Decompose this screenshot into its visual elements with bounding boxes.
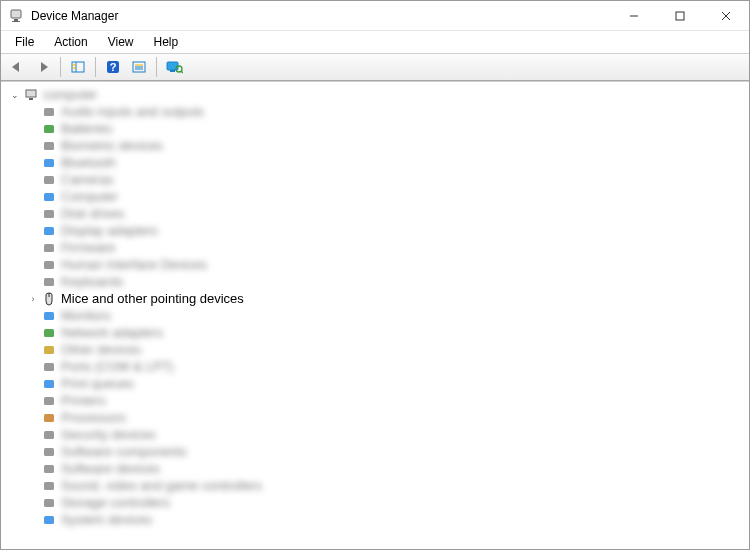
- tree-item-label: Computer: [61, 188, 118, 205]
- device-category-icon: [41, 376, 57, 392]
- expand-collapse-icon[interactable]: [27, 310, 39, 322]
- tree-item-mice[interactable]: ›Mice and other pointing devices: [25, 290, 749, 307]
- device-category-icon: [41, 342, 57, 358]
- tree-item[interactable]: Human Interface Devices: [25, 256, 749, 273]
- tree-item-label: Other devices: [61, 341, 141, 358]
- tree-item[interactable]: Audio inputs and outputs: [25, 103, 749, 120]
- tree-item[interactable]: Batteries: [25, 120, 749, 137]
- expand-collapse-icon[interactable]: [27, 514, 39, 526]
- tree-item[interactable]: Display adapters: [25, 222, 749, 239]
- expand-collapse-icon[interactable]: [27, 123, 39, 135]
- window-controls: [611, 1, 749, 30]
- expand-collapse-icon[interactable]: ›: [27, 293, 39, 305]
- device-category-icon: [41, 359, 57, 375]
- menu-file[interactable]: File: [5, 33, 44, 51]
- expand-collapse-icon[interactable]: [27, 412, 39, 424]
- expand-collapse-icon[interactable]: [27, 208, 39, 220]
- expand-collapse-icon[interactable]: [27, 191, 39, 203]
- expand-collapse-icon[interactable]: [27, 225, 39, 237]
- svg-rect-32: [44, 261, 54, 269]
- expand-collapse-icon[interactable]: [27, 140, 39, 152]
- svg-line-20: [181, 71, 183, 73]
- tree-item[interactable]: Storage controllers: [25, 494, 749, 511]
- tree-root[interactable]: ⌄computer: [7, 86, 749, 103]
- expand-collapse-icon[interactable]: [27, 344, 39, 356]
- tree-item-label: Sound, video and game controllers: [61, 477, 262, 494]
- tree-item[interactable]: Keyboards: [25, 273, 749, 290]
- device-manager-icon: [9, 8, 25, 24]
- expand-collapse-icon[interactable]: [27, 361, 39, 373]
- toolbar-separator: [95, 57, 96, 77]
- tree-item-label: Firmware: [61, 239, 115, 256]
- show-hide-tree-button[interactable]: [66, 56, 90, 78]
- help-button[interactable]: ?: [101, 56, 125, 78]
- tree-item[interactable]: Monitors: [25, 307, 749, 324]
- expand-collapse-icon[interactable]: [27, 395, 39, 407]
- maximize-button[interactable]: [657, 1, 703, 30]
- tree-item[interactable]: Software devices: [25, 460, 749, 477]
- forward-button[interactable]: [31, 56, 55, 78]
- expand-collapse-icon[interactable]: [27, 378, 39, 390]
- svg-rect-38: [44, 363, 54, 371]
- tree-item[interactable]: Disk drives: [25, 205, 749, 222]
- device-category-icon: [41, 274, 57, 290]
- tree-item[interactable]: Cameras: [25, 171, 749, 188]
- titlebar: Device Manager: [1, 1, 749, 31]
- expand-collapse-icon[interactable]: [27, 242, 39, 254]
- expand-collapse-icon[interactable]: [27, 157, 39, 169]
- svg-rect-47: [44, 516, 54, 524]
- tree-item[interactable]: Ports (COM & LPT): [25, 358, 749, 375]
- tree-item-label: Printers: [61, 392, 106, 409]
- properties-button[interactable]: [127, 56, 151, 78]
- tree-item[interactable]: Sound, video and game controllers: [25, 477, 749, 494]
- svg-rect-39: [44, 380, 54, 388]
- expand-collapse-icon[interactable]: [27, 174, 39, 186]
- tree-item[interactable]: Biometric devices: [25, 137, 749, 154]
- tree-item[interactable]: Other devices: [25, 341, 749, 358]
- svg-rect-7: [72, 62, 84, 72]
- expand-collapse-icon[interactable]: [27, 463, 39, 475]
- device-category-icon: [41, 478, 57, 494]
- svg-rect-30: [44, 227, 54, 235]
- tree-item[interactable]: Processors: [25, 409, 749, 426]
- device-category-icon: [41, 410, 57, 426]
- tree-item[interactable]: Security devices: [25, 426, 749, 443]
- tree-item-label: Ports (COM & LPT): [61, 358, 174, 375]
- device-tree[interactable]: ⌄computerAudio inputs and outputsBatteri…: [1, 82, 749, 549]
- expand-collapse-icon[interactable]: ⌄: [9, 89, 21, 101]
- device-manager-window: Device Manager File Action View Help: [0, 0, 750, 550]
- expand-collapse-icon[interactable]: [27, 497, 39, 509]
- tree-item[interactable]: System devices: [25, 511, 749, 528]
- tree-item[interactable]: Firmware: [25, 239, 749, 256]
- expand-collapse-icon[interactable]: [27, 106, 39, 118]
- svg-rect-41: [44, 414, 54, 422]
- expand-collapse-icon[interactable]: [27, 446, 39, 458]
- tree-item[interactable]: Software components: [25, 443, 749, 460]
- menu-help[interactable]: Help: [144, 33, 189, 51]
- tree-item[interactable]: Printers: [25, 392, 749, 409]
- device-category-icon: [41, 240, 57, 256]
- expand-collapse-icon[interactable]: [27, 480, 39, 492]
- minimize-button[interactable]: [611, 1, 657, 30]
- menu-view[interactable]: View: [98, 33, 144, 51]
- tree-item-label: Batteries: [61, 120, 112, 137]
- back-button[interactable]: [5, 56, 29, 78]
- expand-collapse-icon[interactable]: [27, 429, 39, 441]
- close-button[interactable]: [703, 1, 749, 30]
- expand-collapse-icon[interactable]: [27, 276, 39, 288]
- menu-action[interactable]: Action: [44, 33, 97, 51]
- tree-item[interactable]: Computer: [25, 188, 749, 205]
- svg-rect-2: [12, 21, 20, 22]
- svg-rect-42: [44, 431, 54, 439]
- expand-collapse-icon[interactable]: [27, 259, 39, 271]
- device-category-icon: [41, 495, 57, 511]
- device-category-icon: [41, 444, 57, 460]
- tree-item-label: Monitors: [61, 307, 111, 324]
- tree-item[interactable]: Print queues: [25, 375, 749, 392]
- scan-hardware-button[interactable]: [162, 56, 186, 78]
- tree-item-label: Security devices: [61, 426, 156, 443]
- expand-collapse-icon[interactable]: [27, 327, 39, 339]
- device-category-icon: [41, 206, 57, 222]
- tree-item[interactable]: Bluetooth: [25, 154, 749, 171]
- tree-item[interactable]: Network adapters: [25, 324, 749, 341]
